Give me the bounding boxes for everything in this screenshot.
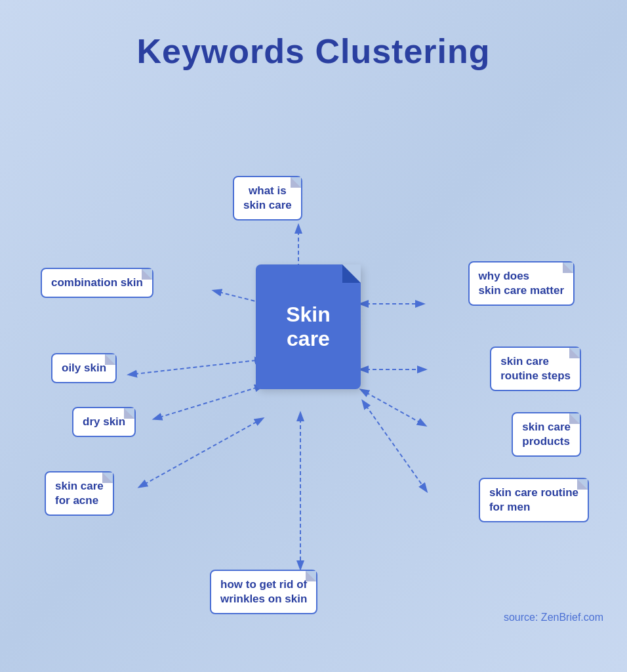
svg-line-7	[366, 392, 425, 425]
page-title: Keywords Clustering	[0, 0, 627, 71]
svg-line-5	[144, 419, 262, 484]
box-skin-care-products: skin care products	[512, 412, 581, 457]
svg-line-4	[159, 386, 262, 417]
box-why-does-skin-care-matter: why does skin care matter	[468, 261, 575, 306]
box-combination-skin: combination skin	[41, 268, 153, 298]
box-oily-skin: oily skin	[51, 353, 117, 383]
box-skin-care-routine-for-men: skin care routine for men	[479, 478, 589, 522]
svg-line-8	[366, 406, 426, 491]
diagram-container: Skincare what is skin care why does skin…	[0, 71, 627, 635]
center-node: Skincare	[256, 264, 361, 389]
box-how-to-get-rid: how to get rid of wrinkles on skin	[210, 570, 317, 614]
box-skin-care-for-acne: skin care for acne	[45, 471, 114, 516]
svg-line-3	[134, 360, 262, 374]
box-skin-care-routine-steps: skin care routine steps	[490, 346, 581, 391]
box-dry-skin: dry skin	[72, 407, 136, 437]
center-node-text: Skincare	[286, 303, 331, 351]
source-label: source: ZenBrief.com	[504, 612, 603, 623]
box-what-is-skin-care: what is skin care	[233, 176, 302, 220]
